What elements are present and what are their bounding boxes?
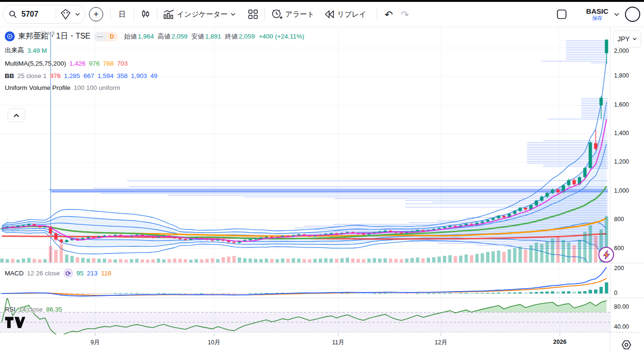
rewind-icon — [325, 10, 334, 19]
price-axis-label: 200 — [614, 265, 624, 272]
symbol-toggle-pill[interactable]: — D — [94, 32, 118, 41]
uvp-legend-row[interactable]: Uniform Volume Profile 100 100 uniform — [5, 84, 304, 91]
legend-value: 安値 — [191, 33, 204, 40]
hide-symbol-button[interactable]: — — [94, 32, 106, 41]
legend-value: 118 — [101, 270, 111, 277]
time-axis-label: 2026 — [553, 339, 566, 345]
legend-value: 高値 — [157, 33, 170, 40]
price-axis-label: 2,000 — [614, 48, 629, 54]
toolbar-separator — [264, 8, 265, 20]
save-label[interactable]: 保存 — [592, 15, 603, 21]
bb-params: 25 close 1 — [18, 72, 47, 79]
redo-button[interactable]: ↷ — [397, 5, 413, 23]
lightning-icon — [603, 250, 610, 260]
interval-button[interactable]: 日 — [114, 5, 130, 23]
chart-style-button[interactable] — [137, 5, 154, 23]
legend-value: 2,059 — [171, 33, 187, 40]
chevron-up-icon — [13, 114, 20, 117]
toolbar-separator — [110, 8, 111, 20]
search-divider — [56, 9, 56, 20]
price-axis-label: 600 — [614, 245, 624, 252]
macd-legend[interactable]: MACD 12 26 close ⟳ 95213118 — [5, 268, 111, 278]
macd-title: MACD — [5, 270, 24, 277]
toolbar-separator — [134, 8, 134, 20]
indicators-button[interactable]: インジケーター — [161, 5, 238, 23]
time-axis-label: 11月 — [332, 339, 344, 347]
replay-button[interactable]: リプレイ — [322, 5, 369, 23]
search-icon — [9, 10, 17, 18]
price-axis-label: 1,000 — [614, 187, 629, 194]
symbol-title[interactable]: 東邦亜鉛・1日・TSE — [18, 31, 90, 41]
volume-legend-row[interactable]: 出来高 3.49 M — [5, 46, 304, 55]
multima-legend-row[interactable]: MultiMA(5,25,75,200) 1,426976788703 — [5, 60, 304, 67]
rsi-value: 86.35 — [46, 306, 62, 313]
legend-value: 976 — [50, 72, 61, 79]
price-axis-label: 1,600 — [614, 101, 629, 108]
symbol-search-input[interactable] — [20, 10, 52, 19]
indicators-icon — [164, 10, 174, 19]
legend-value: 1,285 — [64, 72, 80, 79]
templates-button[interactable] — [245, 5, 261, 23]
diamond-flag-icon[interactable] — [60, 9, 71, 20]
price-axis-label: 1,400 — [614, 130, 629, 136]
ohlc-pair: 安値1,891 — [191, 32, 221, 41]
layout-square-icon[interactable] — [556, 9, 567, 20]
ohlc-values: 始値1,964高値2,059安値1,891終値2,059+400 (+24.11… — [124, 32, 304, 41]
legend-value: 49 — [150, 72, 157, 79]
chevron-down-icon[interactable] — [75, 13, 80, 16]
ohlc-pair: 高値2,059 — [157, 32, 187, 41]
legend-value: 1,964 — [138, 33, 154, 40]
legend-value: 667 — [83, 72, 94, 79]
price-axis-label: 1,200 — [614, 158, 629, 165]
grid-icon — [248, 10, 258, 19]
candlestick-icon — [141, 10, 150, 19]
alert-button[interactable]: アラート — [268, 5, 317, 23]
exchange-logo — [5, 31, 15, 41]
rsi-legend[interactable]: RSI 14 close 86.35 — [5, 306, 62, 313]
rsi-title: RSI — [5, 306, 16, 313]
time-axis-label: 9月 — [90, 339, 99, 347]
volume-value: 3.49 M — [28, 47, 47, 54]
currency-label: JPY — [617, 35, 630, 43]
legend-value: 358 — [117, 72, 128, 79]
boost-flash-button[interactable] — [598, 247, 614, 263]
legend-value: 始値 — [124, 33, 137, 40]
toolbar-right-cluster: BASIC 保存 — [556, 7, 641, 22]
price-axis-label: 800 — [614, 216, 624, 223]
time-axis-label: 10月 — [208, 339, 220, 347]
collapse-legend-button[interactable] — [8, 108, 25, 122]
legend-value: 1,891 — [205, 33, 221, 40]
chevron-down-icon[interactable] — [614, 13, 619, 16]
legend-value: 703 — [117, 60, 128, 67]
symbol-row: 東邦亜鉛・1日・TSE — D 始値1,964高値2,059安値1,891終値2… — [5, 31, 304, 41]
legend-value: 2,059 — [239, 33, 255, 40]
refresh-icon[interactable]: ⟳ — [63, 268, 73, 278]
currency-axis-button[interactable]: JPY — [613, 30, 641, 48]
legend-value: 終値 — [225, 33, 238, 40]
price-axis-label: 1,800 — [614, 72, 629, 79]
uvp-params: 100 100 uniform — [74, 84, 120, 91]
add-symbol-button[interactable]: + — [89, 7, 103, 21]
main-legend: 東邦亜鉛・1日・TSE — D 始値1,964高値2,059安値1,891終値2… — [5, 31, 304, 91]
macd-params: 12 26 close — [27, 270, 60, 277]
tradingview-logo-icon — [5, 315, 26, 330]
legend-value: 213 — [87, 270, 98, 277]
bb-values: 9761,2856671,5943581,90349 — [50, 72, 157, 79]
avatar[interactable] — [625, 7, 640, 22]
rsi-params: 14 close — [19, 306, 43, 313]
uvp-label: Uniform Volume Profile — [5, 84, 70, 91]
legend-value: +400 (+24.11%) — [259, 33, 304, 40]
settings-gear-icon[interactable] — [621, 339, 632, 351]
toolbar-separator — [377, 8, 377, 20]
interval-badge[interactable]: D — [106, 32, 118, 41]
legend-value: 976 — [89, 60, 100, 67]
price-axis-label: 0 — [614, 290, 617, 296]
plan-save-button[interactable]: BASIC 保存 — [586, 8, 608, 21]
tradingview-logo[interactable] — [5, 315, 26, 332]
symbol-search-box[interactable] — [3, 5, 85, 24]
chevron-down-icon — [231, 13, 235, 16]
bb-legend-row[interactable]: BB 25 close 1 9761,2856671,5943581,90349 — [5, 72, 304, 79]
undo-button[interactable]: ↶ — [381, 5, 397, 23]
legend-value: 1,594 — [98, 72, 114, 79]
legend-value: 95 — [77, 270, 84, 277]
